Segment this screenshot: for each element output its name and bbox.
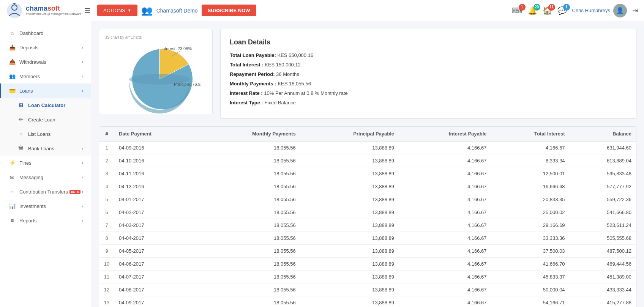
cell-date: 04-02-2017: [114, 206, 197, 219]
cell-balance: 595,833.48: [570, 167, 636, 180]
loan-detail-row: Total Loan Payable: KES 650,000.16: [230, 52, 627, 58]
cell-balance: 523,611.24: [570, 219, 636, 232]
sidebar-item-list-loans[interactable]: ≡ List Loans: [0, 127, 91, 141]
sidebar-item-loan-calculator[interactable]: ⊞ Loan Calculator: [0, 98, 91, 112]
cell-total-int: 12,500.01: [491, 167, 570, 180]
bell-notifications[interactable]: 🔔 20: [528, 6, 537, 15]
logo-area: chamasoft Investment Group Management So…: [6, 2, 97, 19]
sidebar-item-loans[interactable]: 💳 Loans ›: [0, 83, 91, 98]
loan-detail-rows: Total Loan Payable: KES 650,000.16Total …: [230, 52, 627, 105]
cell-total-int: 16,666.68: [491, 180, 570, 193]
cell-monthly: 18,055.56: [197, 141, 300, 154]
cell-num: 1: [99, 141, 114, 154]
loans-submenu: ⊞ Loan Calculator ✏ Create Loan ≡ List L…: [0, 98, 91, 156]
top-section: JS chart by amCharts: [99, 29, 636, 119]
actions-button[interactable]: ACTIONS ▼: [97, 5, 137, 16]
hamburger-menu[interactable]: ☰: [84, 6, 90, 15]
user-info[interactable]: Chris Humphreys 👤: [572, 4, 627, 17]
layout: ⌂ Dashboard 📥 Deposits › 📤 Withdrawals ›…: [0, 21, 644, 307]
sidebar-item-reports[interactable]: ≡ Reports ›: [0, 213, 91, 228]
col-balance: Balance: [570, 127, 636, 141]
loan-details-title: Loan Details: [230, 38, 627, 46]
cell-principal: 13,888.89: [300, 232, 399, 245]
investments-icon: 📊: [9, 203, 16, 209]
main-content: JS chart by amCharts: [91, 21, 644, 307]
loan-details-card: Loan Details Total Loan Payable: KES 650…: [220, 29, 636, 119]
cell-principal: 13,888.89: [300, 180, 399, 193]
cell-num: 7: [99, 219, 114, 232]
sidebar: ⌂ Dashboard 📥 Deposits › 📤 Withdrawals ›…: [0, 21, 91, 307]
cell-date: 04-12-2016: [114, 180, 197, 193]
cell-num: 10: [99, 258, 114, 271]
cell-principal: 13,888.89: [300, 245, 399, 258]
cell-interest-pay: 4,166.67: [399, 167, 491, 180]
cell-monthly: 18,055.56: [197, 193, 300, 206]
demo-link[interactable]: Chamasoft Demo: [156, 8, 198, 14]
cell-num: 9: [99, 245, 114, 258]
cell-num: 11: [99, 271, 114, 283]
pie-chart: Interest: 23.08% Principle: 76.92%: [118, 43, 194, 108]
cell-balance: 469,444.56: [570, 258, 636, 271]
sidebar-item-withdrawals[interactable]: 📤 Withdrawals ›: [0, 55, 91, 69]
table-row: 4 04-12-2016 18,055.56 13,888.89 4,166.6…: [99, 180, 636, 193]
nav-actions: ACTIONS ▼ 👥 Chamasoft Demo SUBSCRIBE NOW: [97, 5, 511, 16]
loan-schedule-table: # Date Payment Monthly Payments Principa…: [99, 127, 636, 307]
subscribe-button[interactable]: SUBSCRIBE NOW: [202, 5, 256, 16]
cell-date: 04-11-2016: [114, 167, 197, 180]
cell-date: 04-09-2016: [114, 141, 197, 154]
cell-interest-pay: 4,166.67: [399, 154, 491, 167]
logo-text: chamasoft Investment Group Management So…: [26, 5, 81, 16]
cell-total-int: 20,833.35: [491, 193, 570, 206]
sidebar-item-members[interactable]: 👥 Members ›: [0, 69, 91, 83]
home-notifications[interactable]: 🏠 11: [543, 6, 552, 15]
transfers-icon: ↔: [9, 189, 16, 195]
cell-date: 04-01-2017: [114, 193, 197, 206]
cell-balance: 487,500.12: [570, 245, 636, 258]
sidebar-item-bank-loans[interactable]: 🏛 Bank Loans ›: [0, 141, 91, 156]
sidebar-item-dashboard[interactable]: ⌂ Dashboard: [0, 26, 91, 40]
col-monthly: Monthly Payments: [197, 127, 300, 141]
logout-icon[interactable]: ⇥: [632, 6, 638, 15]
list-loans-icon: ≡: [17, 131, 24, 137]
keyboard-badge: 1: [519, 4, 526, 11]
cell-interest-pay: 4,166.67: [399, 193, 491, 206]
keyboard-notifications[interactable]: ⌨ 1: [511, 6, 522, 15]
sidebar-item-contribution-transfers[interactable]: ↔ Contribution Transfers BETA ›: [0, 184, 91, 199]
sidebar-item-fines[interactable]: ⚡ Fines ›: [0, 156, 91, 170]
cell-interest-pay: 4,166.67: [399, 271, 491, 283]
message-notifications[interactable]: 💬 1: [557, 6, 567, 15]
cell-interest-pay: 4,166.67: [399, 232, 491, 245]
cell-date: 04-09-2017: [114, 296, 197, 307]
fines-icon: ⚡: [9, 160, 16, 166]
table-body: 1 04-09-2016 18,055.56 13,888.89 4,166.6…: [99, 141, 636, 307]
cell-principal: 13,888.89: [300, 219, 399, 232]
cell-total-int: 54,166.71: [491, 296, 570, 307]
deposits-arrow: ›: [82, 46, 83, 50]
loan-detail-row: Total Interest : KES 150,000.12: [230, 62, 627, 68]
cell-balance: 613,889.04: [570, 154, 636, 167]
cell-balance: 541,666.80: [570, 206, 636, 219]
withdrawals-icon: 📤: [9, 59, 16, 65]
cell-date: 04-08-2017: [114, 283, 197, 296]
bank-loans-arrow: ›: [82, 146, 83, 151]
cell-monthly: 18,055.56: [197, 154, 300, 167]
table-row: 3 04-11-2016 18,055.56 13,888.89 4,166.6…: [99, 167, 636, 180]
sidebar-item-investments[interactable]: 📊 Investments ›: [0, 199, 91, 213]
sidebar-item-deposits[interactable]: 📥 Deposits ›: [0, 40, 91, 55]
cell-principal: 13,888.89: [300, 296, 399, 307]
dashboard-icon: ⌂: [9, 30, 16, 36]
table-row: 7 04-03-2017 18,055.56 13,888.89 4,166.6…: [99, 219, 636, 232]
sidebar-item-create-loan[interactable]: ✏ Create Loan: [0, 112, 91, 127]
deposits-icon: 📥: [9, 44, 16, 50]
table-row: 6 04-02-2017 18,055.56 13,888.89 4,166.6…: [99, 206, 636, 219]
cell-total-int: 33,333.36: [491, 232, 570, 245]
transfers-arrow: ›: [82, 190, 83, 194]
cell-principal: 13,888.89: [300, 271, 399, 283]
cell-num: 4: [99, 180, 114, 193]
cell-total-int: 45,833.37: [491, 271, 570, 283]
logo-name: chamasoft: [26, 5, 81, 13]
loans-arrow: ›: [82, 89, 83, 93]
interest-label: Interest: 23.08%: [161, 46, 192, 51]
sidebar-item-messaging[interactable]: ✉ Messaging ›: [0, 170, 91, 184]
cell-monthly: 18,055.56: [197, 180, 300, 193]
